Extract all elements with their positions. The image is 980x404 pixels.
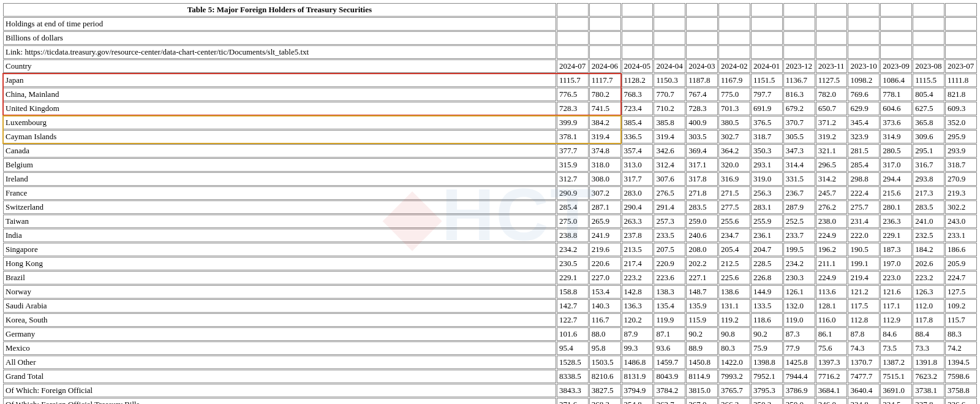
value-cell: 119.2 — [718, 313, 750, 327]
value-cell: 187.3 — [880, 243, 912, 256]
empty-cell — [848, 31, 880, 45]
value-cell: 305.5 — [783, 130, 815, 143]
value-cell: 316.7 — [913, 158, 944, 172]
value-cell: 140.3 — [589, 299, 621, 313]
value-cell: 371.2 — [816, 116, 848, 129]
treasury-holders-table: Table 5: Major Foreign Holders of Treasu… — [2, 2, 978, 404]
value-cell: 1486.8 — [622, 356, 654, 369]
empty-cell — [880, 31, 912, 45]
period-1: 2024-06 — [589, 59, 621, 73]
period-0: 2024-07 — [557, 59, 589, 73]
value-cell: 88.0 — [589, 327, 621, 341]
value-cell: 293.1 — [751, 158, 783, 172]
empty-cell — [654, 31, 685, 45]
value-cell: 222.4 — [848, 186, 880, 200]
value-cell: 1187.8 — [686, 74, 718, 87]
empty-cell — [945, 45, 977, 59]
value-cell: 256.3 — [751, 186, 783, 200]
value-cell: 285.4 — [557, 200, 589, 214]
table-row: Belgium315.9318.0313.0312.4317.1320.0293… — [3, 158, 977, 172]
value-cell: 132.0 — [783, 299, 815, 313]
value-cell: 224.7 — [945, 271, 977, 284]
value-cell: 8338.5 — [557, 370, 589, 383]
value-cell: 234.2 — [783, 257, 815, 270]
empty-cell — [557, 3, 589, 17]
value-cell: 345.4 — [848, 116, 880, 129]
value-cell: 263.3 — [622, 215, 654, 228]
value-cell: 87.9 — [622, 327, 654, 341]
value-cell: 93.6 — [654, 341, 685, 355]
period-11: 2023-08 — [913, 59, 944, 73]
value-cell: 271.8 — [686, 186, 718, 200]
table-row: Taiwan275.0265.9263.3257.3259.0255.6255.… — [3, 215, 977, 228]
value-cell: 7598.6 — [945, 370, 977, 383]
value-cell: 7477.7 — [848, 370, 880, 383]
row-label: Singapore — [3, 243, 556, 256]
empty-cell — [622, 45, 654, 59]
empty-cell — [816, 31, 848, 45]
value-cell: 1398.8 — [751, 356, 783, 369]
value-cell: 3691.0 — [880, 384, 912, 397]
empty-cell — [783, 31, 815, 45]
empty-cell — [880, 3, 912, 17]
value-cell: 80.3 — [718, 341, 750, 355]
value-cell: 283.5 — [913, 200, 944, 214]
empty-cell — [718, 45, 750, 59]
empty-cell — [913, 17, 944, 31]
value-cell: 296.5 — [816, 158, 848, 172]
value-cell: 8210.6 — [589, 370, 621, 383]
value-cell: 116.7 — [589, 313, 621, 327]
row-label: Belgium — [3, 158, 556, 172]
value-cell: 142.8 — [622, 285, 654, 299]
meta-text-1: Billions of dollars — [3, 31, 556, 45]
value-cell: 7944.4 — [783, 370, 815, 383]
value-cell: 133.5 — [751, 299, 783, 313]
value-cell: 271.5 — [718, 186, 750, 200]
row-label: Mexico — [3, 341, 556, 355]
value-cell: 222.0 — [848, 229, 880, 242]
value-cell: 243.0 — [945, 215, 977, 228]
value-cell: 259.0 — [686, 215, 718, 228]
value-cell: 220.9 — [654, 257, 685, 270]
value-cell: 283.1 — [751, 200, 783, 214]
value-cell: 127.5 — [945, 285, 977, 299]
value-cell: 399.9 — [557, 116, 589, 129]
value-cell: 73.5 — [880, 341, 912, 355]
value-cell: 281.5 — [848, 144, 880, 158]
value-cell: 376.5 — [751, 116, 783, 129]
value-cell: 316.9 — [718, 172, 750, 186]
empty-cell — [848, 3, 880, 17]
row-label: Brazil — [3, 271, 556, 284]
row-label: All Other — [3, 356, 556, 369]
value-cell: 223.2 — [913, 271, 944, 284]
value-cell: 313.0 — [622, 158, 654, 172]
value-cell: 374.8 — [589, 144, 621, 158]
value-cell: 184.2 — [913, 243, 944, 256]
value-cell: 3784.2 — [654, 384, 685, 397]
value-cell: 90.2 — [751, 327, 783, 341]
value-cell: 318.7 — [751, 130, 783, 143]
value-cell: 3843.3 — [557, 384, 589, 397]
empty-cell — [751, 3, 783, 17]
value-cell: 1394.5 — [945, 356, 977, 369]
meta-text-0: Holdings at end of time period — [3, 17, 556, 31]
value-cell: 1136.7 — [783, 74, 815, 87]
table-row: France290.9307.2283.0276.5271.8271.5256.… — [3, 186, 977, 200]
empty-cell — [751, 17, 783, 31]
value-cell: 701.3 — [718, 102, 750, 115]
value-cell: 87.1 — [654, 327, 685, 341]
row-label: China, Mainland — [3, 88, 556, 101]
value-cell: 370.7 — [783, 116, 815, 129]
empty-cell — [654, 3, 685, 17]
value-cell: 115.7 — [945, 313, 977, 327]
row-label: Norway — [3, 285, 556, 299]
empty-cell — [654, 45, 685, 59]
value-cell: 1167.9 — [718, 74, 750, 87]
period-6: 2024-01 — [751, 59, 783, 73]
value-cell: 320.0 — [718, 158, 750, 172]
value-cell: 3815.0 — [686, 384, 718, 397]
table-row: United Kingdom728.3741.5723.4710.2728.37… — [3, 102, 977, 115]
value-cell: 208.0 — [686, 243, 718, 256]
value-cell: 265.9 — [589, 215, 621, 228]
empty-cell — [686, 45, 718, 59]
